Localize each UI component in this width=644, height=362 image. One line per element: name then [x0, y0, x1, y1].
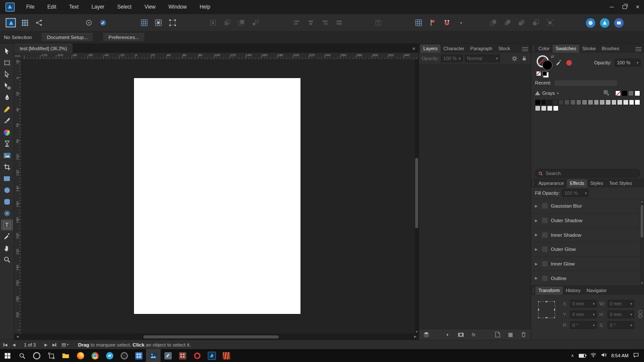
tab-brushes[interactable]: Brushes [599, 45, 622, 53]
edit-circle-icon[interactable] [97, 17, 109, 28]
effect-row-inner-shadow[interactable]: ▶Inner Shadow [531, 228, 644, 242]
tab-effects[interactable]: Effects [567, 179, 587, 187]
swap-colors-icon[interactable]: ⇄ [551, 54, 554, 59]
tab-history[interactable]: History [563, 287, 583, 295]
palette-name[interactable]: Grays [542, 90, 555, 96]
menu-window[interactable]: Window [162, 0, 193, 14]
recent-colors-strip[interactable] [555, 80, 617, 86]
first-page-button[interactable]: ◀ [3, 343, 7, 347]
search-box[interactable] [535, 169, 640, 178]
swatch-c3c3c3[interactable] [611, 100, 617, 105]
transform-input-s[interactable]: 0 °▾ [608, 321, 634, 329]
effects-scrollbar-thumb[interactable] [641, 205, 643, 238]
effect-checkbox[interactable] [542, 217, 548, 223]
start-icon[interactable] [0, 349, 15, 362]
network-icon[interactable] [590, 353, 596, 359]
vertical-scrollbar-thumb[interactable] [415, 158, 418, 228]
align-left-icon[interactable] [291, 17, 302, 28]
text-frame-icon[interactable] [373, 17, 384, 28]
align-right-icon[interactable] [319, 17, 331, 28]
effect-row-inner-glow[interactable]: ▶Inner Glow [531, 257, 644, 272]
dots-grid-icon[interactable] [19, 17, 30, 28]
photos-icon[interactable] [146, 349, 161, 362]
menu-file[interactable]: File [20, 0, 41, 14]
swatch-f8f8f8[interactable] [553, 106, 559, 111]
swatch-ffffff[interactable] [635, 90, 640, 96]
snapping-magnet-icon[interactable] [441, 17, 453, 28]
tray-expand-icon[interactable]: ∧ [571, 353, 574, 358]
link-dimensions-icon[interactable] [638, 310, 642, 318]
effects-scrollbar[interactable]: ▲ ▼ [640, 200, 644, 285]
move-tool[interactable] [1, 46, 13, 57]
menu-view[interactable]: View [138, 0, 162, 14]
page-list-dropdown-icon[interactable]: ▤▾ [61, 342, 68, 347]
clock[interactable]: 8:54 AM [611, 353, 629, 358]
tab-appearance[interactable]: Appearance [535, 179, 567, 187]
expand-icon[interactable]: ▶ [534, 247, 539, 251]
affinity-designer-icon[interactable] [204, 349, 219, 362]
snap-grid-icon[interactable] [153, 17, 164, 28]
file-explorer-icon[interactable] [58, 349, 73, 362]
dark-app-icon[interactable] [117, 349, 131, 362]
persona-designer-icon[interactable] [599, 17, 610, 28]
scroll-down-icon[interactable]: ▼ [415, 330, 418, 333]
swatch-000000[interactable] [535, 100, 541, 105]
swatch-666666[interactable] [628, 90, 634, 96]
expand-icon[interactable]: ▶ [534, 204, 539, 208]
expand-icon[interactable]: ▶ [534, 276, 539, 280]
vector-brush-tool[interactable] [1, 115, 13, 126]
no-fill-icon[interactable] [536, 71, 541, 76]
effect-checkbox[interactable] [542, 275, 548, 281]
effect-row-gaussian-blur[interactable]: ▶Gaussian Blur [531, 199, 644, 214]
swatch-c8c8c8[interactable] [535, 106, 541, 111]
layer-opacity-select[interactable]: 100 %▾ [441, 54, 462, 62]
rounded-rectangle-tool[interactable] [1, 196, 13, 207]
effect-checkbox[interactable] [542, 232, 548, 238]
transparency-tool[interactable] [1, 139, 13, 149]
menu-help[interactable]: Help [193, 0, 217, 14]
app-logo-icon[interactable] [5, 17, 16, 28]
swatch-2d2d2d[interactable] [553, 100, 558, 105]
swatch-0f0f0f[interactable] [541, 100, 547, 105]
text-tool[interactable]: T [1, 220, 13, 230]
add-mask-icon[interactable] [457, 331, 465, 338]
view-tool[interactable] [1, 243, 13, 253]
default-colors-icon[interactable] [542, 71, 547, 76]
add-swatch-icon[interactable] [603, 89, 611, 97]
swatch-878787[interactable] [588, 100, 593, 105]
next-page-button[interactable]: ▶ [44, 343, 47, 347]
menu-select[interactable]: Select [111, 0, 138, 14]
transform-input-x[interactable]: 0 mm▾ [570, 300, 597, 308]
tab-transform[interactable]: Transform [535, 287, 563, 295]
action-center-icon[interactable] [633, 353, 639, 359]
swatch-000000[interactable] [622, 90, 627, 96]
group-icon[interactable] [544, 17, 556, 28]
effect-checkbox[interactable] [542, 246, 548, 252]
move-to-front-icon[interactable] [488, 17, 499, 28]
add-page-icon[interactable] [494, 331, 501, 338]
pixel-grid-icon[interactable] [413, 17, 424, 28]
scroll-right-icon[interactable]: ▶ [414, 335, 416, 338]
swatch-1e1e1e[interactable] [547, 100, 552, 105]
swatch-d8d8d8[interactable] [541, 106, 547, 111]
cortana-icon[interactable] [29, 349, 44, 362]
palette-dropdown-icon[interactable]: ▾ [557, 91, 559, 95]
swatch-3c3c3c[interactable] [559, 100, 564, 105]
add-fx-icon[interactable]: fx [470, 331, 477, 338]
move-backward-icon[interactable] [516, 17, 527, 28]
vector-crop-tool[interactable] [1, 162, 13, 172]
insert-above-icon[interactable] [236, 17, 247, 28]
persona-photo-icon[interactable] [613, 17, 624, 28]
tab-text-styles[interactable]: Text Styles [606, 179, 635, 187]
scroll-left-icon[interactable]: ◀ [16, 335, 18, 338]
lock-icon[interactable] [520, 54, 528, 62]
fill-tool[interactable] [1, 127, 13, 138]
tab-layers[interactable]: Layers [420, 45, 440, 53]
expand-icon[interactable]: ▶ [534, 219, 539, 223]
tab-color[interactable]: Color [535, 45, 553, 53]
search-icon[interactable] [15, 349, 29, 362]
expand-icon[interactable]: ▶ [534, 262, 539, 266]
transform-grid-icon[interactable] [167, 17, 178, 28]
close-document-icon[interactable]: ✕ [409, 44, 419, 53]
expand-icon[interactable]: ▶ [534, 233, 539, 237]
